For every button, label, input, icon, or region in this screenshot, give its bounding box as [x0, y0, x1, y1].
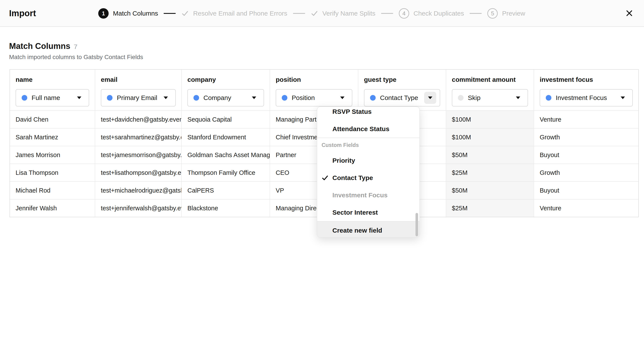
cell-investment-focus: Buyout — [534, 146, 638, 164]
source-column-name: company — [188, 76, 264, 84]
menu-item-priority[interactable]: Priority — [317, 152, 420, 169]
cell-investment-focus: Growth — [534, 164, 638, 181]
menu-item-label: Create new field — [332, 227, 382, 234]
column-header-name: nameFull name — [10, 70, 95, 110]
menu-section-custom-fields: Custom Fields — [317, 138, 420, 152]
cell-commitment-amount: $100M — [446, 128, 534, 146]
cell-company: Blackstone — [182, 200, 270, 217]
menu-item-rsvp-status[interactable]: RSVP Status — [317, 106, 420, 120]
step-check-icon — [181, 10, 189, 17]
cell-commitment-amount: $25M — [446, 164, 534, 181]
menu-item-label: Contact Type — [332, 174, 373, 182]
mapping-select-value: Company — [204, 94, 248, 102]
mapping-select-value: Investment Focus — [556, 94, 617, 102]
chevron-down-icon — [336, 92, 348, 104]
dropdown-scrollbar-thumb[interactable] — [416, 213, 418, 236]
cell-email: test+michaelrodriguez@gatsby.events — [95, 182, 182, 199]
mapping-select-value: Skip — [468, 94, 512, 102]
step-number-badge: 4 — [399, 8, 409, 18]
cell-investment-focus: Venture — [534, 111, 638, 128]
topbar: Import 1Match ColumnsResolve Email and P… — [0, 0, 644, 27]
mapping-select-value: Position — [292, 94, 336, 102]
mapping-select-guest-type[interactable]: Contact Type — [364, 89, 440, 106]
section-title: Match Columns7 — [9, 42, 78, 51]
menu-item-create-new-field[interactable]: Create new field — [317, 222, 420, 238]
table-header-row: nameFull nameemailPrimary EmailcompanyCo… — [10, 70, 638, 110]
step-number-badge: 5 — [487, 8, 498, 18]
import-wizard: Import 1Match ColumnsResolve Email and P… — [0, 0, 644, 354]
menu-item-contact-type[interactable]: Contact Type — [317, 169, 420, 186]
mapped-field-dot — [107, 95, 112, 100]
chevron-down-icon — [160, 92, 172, 104]
chevron-down-icon — [248, 92, 260, 104]
dropdown-menu-list: RSVP StatusAttendance StatusCustom Field… — [317, 106, 420, 238]
field-mapping-dropdown: RSVP StatusAttendance StatusCustom Field… — [317, 106, 420, 238]
step-check-icon — [311, 10, 318, 17]
step-verify-name-splits[interactable]: Verify Name Splits — [311, 10, 376, 17]
cell-investment-focus: Venture — [534, 200, 638, 217]
cell-name: David Chen — [10, 111, 95, 128]
menu-item-attendance-status[interactable]: Attendance Status — [317, 120, 420, 138]
cell-company: Thompson Family Office — [182, 164, 270, 181]
cell-commitment-amount: $100M — [446, 111, 534, 128]
chevron-down-icon — [73, 92, 85, 104]
mapping-select-commitment-amount[interactable]: Skip — [452, 89, 528, 106]
step-number-badge: 1 — [98, 8, 109, 18]
chevron-down-icon — [424, 92, 436, 104]
menu-item-label: Priority — [332, 157, 355, 164]
source-column-name: email — [101, 76, 176, 84]
step-check-duplicates[interactable]: 4Check Duplicates — [399, 8, 464, 18]
column-header-commitment-amount: commitment amountSkip — [446, 70, 534, 110]
step-connector — [164, 13, 176, 14]
mapped-field-dot — [22, 95, 27, 100]
mapping-select-position[interactable]: Position — [276, 89, 352, 106]
mapping-select-value: Full name — [32, 94, 73, 102]
menu-item-label: Attendance Status — [332, 125, 389, 133]
cell-company: Stanford Endowment — [182, 128, 270, 146]
cell-commitment-amount: $50M — [446, 182, 534, 199]
mapped-field-dot — [546, 95, 552, 100]
cell-email: test+sarahmartinez@gatsby.events — [95, 128, 182, 146]
mapped-field-dot — [370, 95, 376, 100]
cell-investment-focus: Growth — [534, 128, 638, 146]
step-label: Verify Name Splits — [322, 10, 376, 17]
column-header-company: companyCompany — [182, 70, 270, 110]
close-button[interactable] — [623, 7, 635, 19]
menu-item-label: RSVP Status — [332, 108, 372, 115]
column-header-investment-focus: investment focusInvestment Focus — [534, 70, 638, 110]
menu-item-label: Investment Focus — [332, 192, 388, 199]
mapping-select-name[interactable]: Full name — [16, 89, 89, 106]
step-label: Match Columns — [113, 10, 158, 17]
source-column-name: commitment amount — [452, 76, 528, 84]
mapping-select-investment-focus[interactable]: Investment Focus — [540, 89, 633, 106]
step-label: Preview — [502, 10, 525, 17]
cell-name: Michael Rod — [10, 182, 95, 199]
cell-commitment-amount: $25M — [446, 200, 534, 217]
mapped-field-dot — [282, 95, 288, 100]
chevron-down-icon — [512, 92, 524, 104]
cell-name: James Morrison — [10, 146, 95, 164]
menu-item-sector-interest[interactable]: Sector Interest — [317, 204, 420, 221]
mapped-field-dot — [194, 95, 199, 100]
cell-company: CalPERS — [182, 182, 270, 199]
mapping-select-company[interactable]: Company — [188, 89, 264, 106]
cell-company: Sequoia Capital — [182, 111, 270, 128]
section-subtitle: Match imported columns to Gatsby Contact… — [9, 54, 143, 60]
step-resolve-email-and-phone-errors[interactable]: Resolve Email and Phone Errors — [181, 10, 287, 17]
cell-email: test+davidchen@gatsby.events — [95, 111, 182, 128]
menu-item-investment-focus[interactable]: Investment Focus — [317, 186, 420, 204]
cell-name: Sarah Martinez — [10, 128, 95, 146]
mapping-select-value: Primary Email — [117, 94, 160, 102]
source-column-name: name — [16, 76, 89, 84]
step-connector — [381, 13, 393, 14]
step-match-columns[interactable]: 1Match Columns — [98, 8, 158, 18]
menu-item-label: Sector Interest — [332, 209, 378, 216]
mapping-select-email[interactable]: Primary Email — [101, 89, 176, 106]
column-header-guest-type: guest typeContact Type — [358, 70, 446, 110]
close-icon — [626, 10, 632, 16]
step-preview[interactable]: 5Preview — [487, 8, 525, 18]
page-title: Import — [9, 8, 36, 18]
cell-email: test+jenniferwalsh@gatsby.events — [95, 200, 182, 217]
step-connector — [293, 13, 305, 14]
skip-field-dot — [458, 95, 464, 100]
